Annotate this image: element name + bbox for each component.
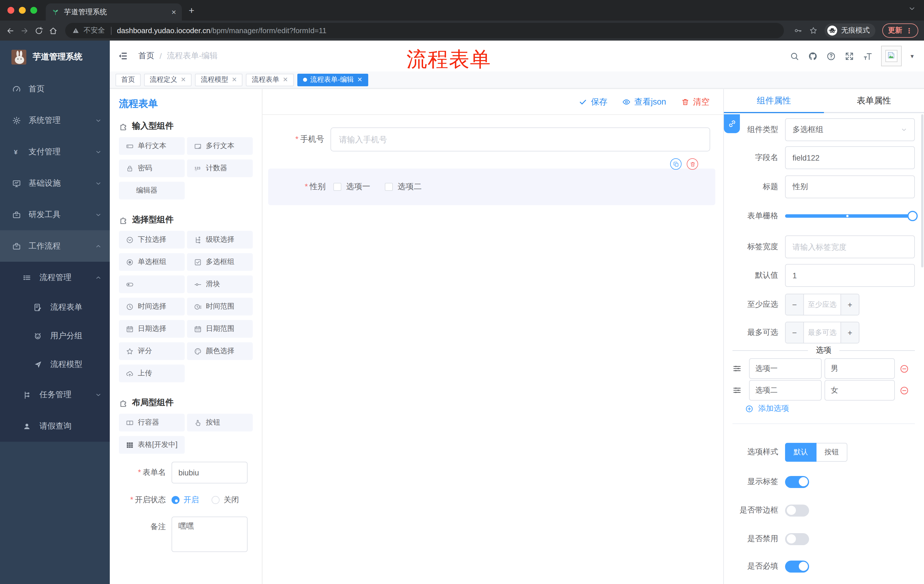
palette-item-upload[interactable]: 上传 [119,365,185,382]
palette-item-select[interactable]: 下拉选择 [119,231,185,248]
palette-item-multi-line-text[interactable]: 多行文本 [187,137,253,155]
palette-item-counter[interactable]: 123计数器 [187,160,253,177]
palette-item-cascader[interactable]: 级联选择 [187,231,253,248]
close-window-button[interactable] [7,7,14,14]
avatar[interactable] [881,46,902,66]
sidebar-item-leave-query[interactable]: 请假查询 [0,410,110,442]
tab-close-icon[interactable]: × [172,7,176,16]
password-key-icon[interactable] [794,26,802,35]
tag-process-form[interactable]: 流程表单✕ [246,73,294,86]
drag-handle-icon[interactable] [733,386,742,395]
checkbox-box[interactable] [333,183,342,191]
palette-item-time-range[interactable]: 时间范围 [187,298,253,316]
clear-button[interactable]: 清空 [681,96,710,107]
status-radio-on[interactable]: 开启 [172,495,199,505]
home-icon[interactable] [49,26,58,35]
tag-close-icon[interactable]: ✕ [283,76,288,84]
font-size-icon[interactable] [863,51,873,61]
selected-widget-gender[interactable]: *性别 选项一 选项二 [268,169,715,205]
tag-process-form-edit[interactable]: 流程表单-编辑✕ [297,73,368,86]
avatar-caret-icon[interactable]: ▾ [911,52,914,60]
breadcrumb-home[interactable]: 首页 [139,51,154,61]
maximize-window-button[interactable] [30,7,37,14]
sidebar-item-process-model[interactable]: 流程模型 [0,350,110,379]
remove-option-icon[interactable] [899,364,909,373]
checkbox-option-1[interactable]: 选项一 [333,182,370,192]
browser-tab[interactable]: 芋道管理系统 × [46,3,182,21]
option-2-value-input[interactable] [825,380,895,401]
plus-button[interactable]: + [840,294,859,315]
search-icon[interactable] [790,51,800,61]
field-name-input[interactable] [785,146,915,169]
browser-update-button[interactable]: 更新 ⋮ [882,23,918,38]
browser-menu-icon[interactable]: ⋮ [906,26,912,35]
plus-button[interactable]: + [840,322,859,343]
sidebar-item-workflow[interactable]: 工作流程 [0,230,110,262]
sidebar-item-task-management[interactable]: 任务管理 [0,379,110,410]
sidebar-collapse-icon[interactable] [118,51,128,61]
sidebar-item-infrastructure[interactable]: 基础设施 [0,168,110,199]
checkbox-option-2[interactable]: 选项二 [385,182,422,192]
palette-item-table[interactable]: 表格[开发中] [119,436,185,454]
minimize-window-button[interactable] [19,7,26,14]
new-tab-button[interactable]: + [189,5,195,16]
address-bar[interactable]: 不安全 dashboard.yudao.iocoder.cn/bpm/manag… [65,23,784,38]
option-1-value-input[interactable] [825,358,895,379]
label-width-input[interactable] [785,235,915,258]
view-json-button[interactable]: 查看json [622,96,666,107]
palette-item-slider[interactable]: 滑块 [187,275,253,293]
title-input[interactable] [785,175,915,198]
sidebar-item-process-management[interactable]: 流程管理 [0,262,110,293]
github-icon[interactable] [808,51,818,61]
panel-scrollbar[interactable] [921,114,924,267]
sidebar-item-process-form[interactable]: 流程表单 [0,293,110,322]
remove-option-icon[interactable] [899,385,909,395]
tab-component-props[interactable]: 组件属性 [724,89,824,112]
sidebar-item-user-group[interactable]: 用户分组 [0,322,110,350]
form-remark-textarea[interactable]: 嘿嘿 [172,517,248,552]
option-2-label-input[interactable] [749,380,822,401]
forward-icon[interactable] [20,26,29,35]
palette-item-time-picker[interactable]: 时间选择 [119,298,185,316]
phone-field-row[interactable]: *手机号 [262,127,723,151]
required-toggle[interactable] [785,560,809,572]
palette-item-single-line-text[interactable]: 单行文本 [119,137,185,155]
tag-close-icon[interactable]: ✕ [181,76,186,84]
palette-item-password[interactable]: 密码 [119,160,185,177]
sidebar-item-payment[interactable]: ¥ 支付管理 [0,136,110,168]
status-radio-off[interactable]: 关闭 [211,495,239,505]
min-select-placeholder[interactable]: 至少应选 [804,294,840,315]
palette-item-checkbox-group[interactable]: 多选框组 [187,253,253,271]
tag-process-model[interactable]: 流程模型✕ [195,73,243,86]
tab-form-props[interactable]: 表单属性 [824,89,924,112]
show-label-toggle[interactable] [785,476,809,488]
fullscreen-icon[interactable] [845,51,855,61]
back-icon[interactable] [6,26,15,35]
grid-slider-track[interactable] [785,214,912,218]
default-value-input[interactable] [785,264,915,287]
copy-widget-button[interactable] [670,158,681,170]
component-type-select[interactable]: 多选框组 [785,118,915,141]
sidebar-logo[interactable]: 芋道管理系统 [0,41,110,73]
palette-item-color-picker[interactable]: 颜色选择 [187,342,253,360]
style-button-button[interactable]: 按钮 [817,443,847,461]
palette-item-date-range[interactable]: 日期范围 [187,320,253,338]
tab-overflow-chevron-icon[interactable] [908,5,916,13]
minus-button[interactable]: − [785,294,804,315]
reload-icon[interactable] [34,26,43,35]
form-name-input[interactable] [172,462,248,484]
add-option-button[interactable]: 添加选项 [745,403,789,414]
phone-input[interactable] [330,127,710,151]
help-icon[interactable] [827,51,836,61]
disabled-toggle[interactable] [785,533,809,545]
sidebar-item-devtools[interactable]: 研发工具 [0,199,110,230]
save-button[interactable]: 保存 [579,96,607,107]
tag-process-definition[interactable]: 流程定义✕ [144,73,191,86]
delete-widget-button[interactable] [687,158,698,170]
max-select-placeholder[interactable]: 最多可选 [804,322,840,343]
palette-item-date-picker[interactable]: 日期选择 [119,320,185,338]
checkbox-box[interactable] [385,183,393,191]
palette-item-editor[interactable]: 编辑器 [119,182,185,199]
option-1-label-input[interactable] [749,358,822,379]
bookmark-star-icon[interactable] [809,26,818,35]
